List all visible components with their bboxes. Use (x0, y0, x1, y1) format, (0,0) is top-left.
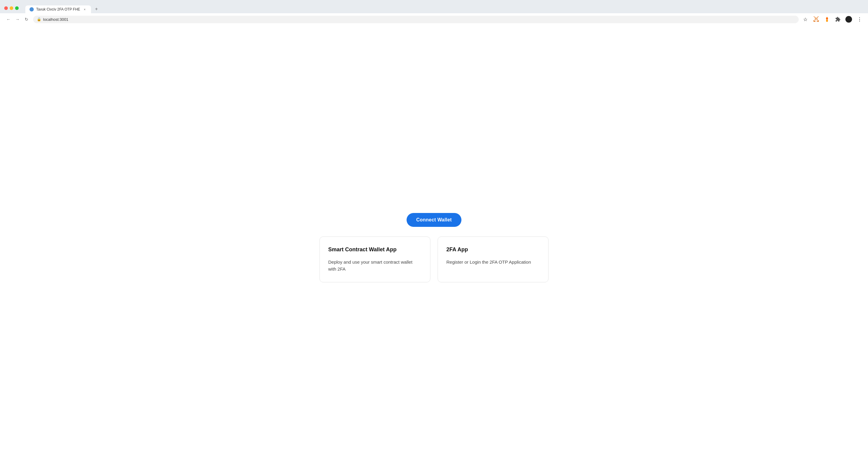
browser-chrome: Tavuk Civciv 2FA OTP FHE × + ← → ↻ 🔒 loc… (0, 0, 868, 25)
twofa-card-title: 2FA App (446, 246, 540, 253)
window-controls (4, 6, 19, 10)
reload-button[interactable]: ↻ (22, 15, 31, 24)
new-tab-button[interactable]: + (92, 5, 101, 13)
smart-contract-wallet-card[interactable]: Smart Contract Wallet App Deploy and use… (319, 236, 430, 282)
cards-row: Smart Contract Wallet App Deploy and use… (319, 236, 549, 282)
twofa-card-description: Register or Login the 2FA OTP Applicatio… (446, 259, 540, 266)
title-bar: Tavuk Civciv 2FA OTP FHE × + (0, 0, 868, 13)
active-tab[interactable]: Tavuk Civciv 2FA OTP FHE × (25, 5, 91, 13)
tab-favicon (30, 7, 34, 11)
minimize-window-button[interactable] (10, 6, 13, 10)
center-section: Connect Wallet Smart Contract Wallet App… (319, 213, 549, 282)
smart-contract-card-description: Deploy and use your smart contract walle… (328, 259, 422, 272)
lock-icon: 🔒 (37, 17, 41, 22)
forward-button[interactable]: → (13, 15, 22, 24)
address-text: localhost:3001 (43, 17, 795, 22)
toolbar-right: ☆ (801, 15, 864, 24)
bookmark-icon[interactable]: ☆ (801, 15, 809, 24)
omnibox-bar: ← → ↻ 🔒 localhost:3001 ☆ (0, 13, 868, 25)
twofa-app-card[interactable]: 2FA App Register or Login the 2FA OTP Ap… (438, 236, 549, 282)
back-button[interactable]: ← (4, 15, 13, 24)
tab-title: Tavuk Civciv 2FA OTP FHE (36, 7, 80, 11)
page-content: Connect Wallet Smart Contract Wallet App… (0, 25, 868, 470)
profile-button[interactable] (844, 15, 853, 24)
connect-wallet-button[interactable]: Connect Wallet (407, 213, 461, 227)
nav-buttons: ← → ↻ (4, 15, 31, 24)
smart-contract-card-title: Smart Contract Wallet App (328, 246, 422, 253)
metamask-extension-icon[interactable] (812, 15, 820, 24)
close-window-button[interactable] (4, 6, 8, 10)
extensions-icon[interactable] (834, 15, 842, 24)
address-bar[interactable]: 🔒 localhost:3001 (33, 16, 799, 23)
more-menu-button[interactable]: ⋮ (855, 15, 864, 24)
maximize-window-button[interactable] (15, 6, 19, 10)
tab-close-button[interactable]: × (83, 7, 87, 11)
profile-avatar (845, 16, 852, 23)
tab-bar: Tavuk Civciv 2FA OTP FHE × + (21, 5, 105, 13)
fire-extension-icon[interactable] (823, 15, 831, 24)
